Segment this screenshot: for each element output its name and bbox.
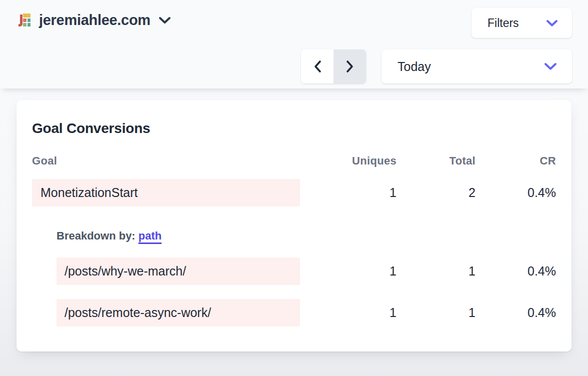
card-title: Goal Conversions [32, 120, 556, 136]
table-row: /posts/remote-async-work/ 1 1 0.4% [32, 299, 556, 326]
goal-conversions-card: Goal Conversions Goal Uniques Total CR M… [16, 100, 572, 352]
table-row: MonetizationStart 1 2 0.4% [32, 179, 556, 206]
site-domain: jeremiahlee.com [39, 12, 150, 28]
goal-uniques-value: 1 [312, 186, 396, 200]
breakdown-path: /posts/remote-async-work/ [64, 306, 211, 320]
breakdown-total-value: 1 [396, 306, 476, 320]
breakdown-cr-value: 0.4% [476, 306, 556, 320]
column-header-uniques: Uniques [312, 154, 396, 168]
previous-period-button[interactable] [301, 50, 334, 84]
filters-chevron-down-icon [546, 20, 558, 27]
chevron-right-icon [346, 60, 354, 73]
goal-name: MonetizationStart [40, 186, 138, 200]
filters-label: Filters [488, 16, 519, 30]
goal-total-value: 2 [396, 186, 476, 200]
column-header-goal: Goal [32, 154, 312, 168]
breakdown-cr-value: 0.4% [476, 264, 556, 278]
breakdown-total-value: 1 [396, 264, 476, 278]
breakdown-path-bar[interactable]: /posts/why-we-march/ [56, 258, 300, 285]
breakdown-path: /posts/why-we-march/ [64, 264, 186, 278]
date-range-label: Today [398, 60, 431, 74]
table-header-row: Goal Uniques Total CR [32, 154, 556, 168]
date-range-chevron-down-icon [544, 62, 557, 70]
table-row: /posts/why-we-march/ 1 1 0.4% [32, 258, 556, 285]
breakdown-uniques-value: 1 [312, 264, 396, 278]
date-arrow-group [301, 50, 366, 84]
breakdown-path-bar[interactable]: /posts/remote-async-work/ [56, 299, 300, 326]
next-period-button[interactable] [334, 50, 366, 84]
date-navigation: Today [301, 50, 572, 84]
dashboard-header: jeremiahlee.com Filters [0, 0, 588, 88]
site-favicon-icon [17, 13, 32, 28]
filters-button[interactable]: Filters [472, 8, 572, 38]
goal-name-bar[interactable]: MonetizationStart [32, 179, 300, 206]
chevron-left-icon [313, 60, 322, 73]
breakdown-property-link[interactable]: path [138, 230, 162, 242]
goal-cr-value: 0.4% [476, 186, 556, 200]
site-chevron-down-icon[interactable] [158, 16, 171, 24]
breakdown-label: Breakdown by: [56, 230, 136, 242]
column-header-total: Total [396, 154, 476, 168]
column-header-cr: CR [476, 154, 556, 168]
breakdown-uniques-value: 1 [312, 306, 396, 320]
date-range-dropdown[interactable]: Today [382, 50, 572, 84]
breakdown-label-row: Breakdown by:path [56, 230, 556, 242]
